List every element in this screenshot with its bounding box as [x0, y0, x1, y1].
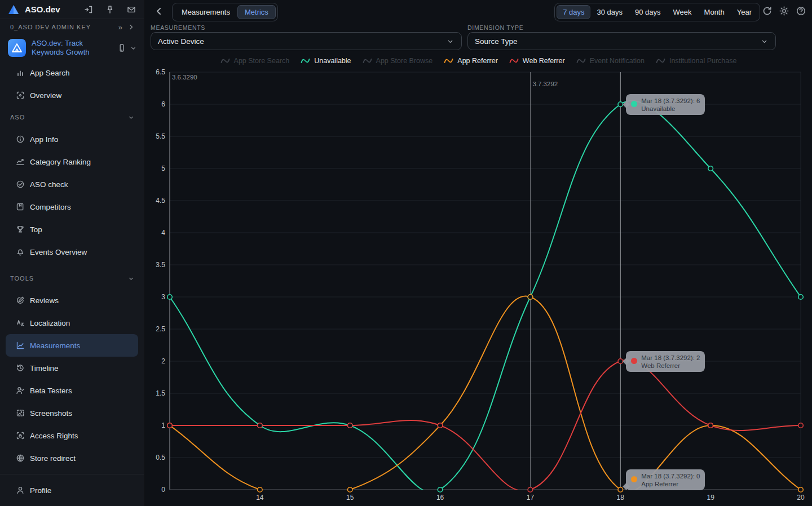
sidebar-item-overview[interactable]: Overview	[6, 84, 138, 106]
scan-icon	[16, 91, 25, 100]
trend-chart-icon	[16, 157, 25, 166]
measurements-select[interactable]: Active Device	[151, 32, 462, 50]
data-point-web-referrer[interactable]	[618, 359, 623, 364]
pin-icon[interactable]	[105, 5, 114, 14]
data-point-unavailable[interactable]	[618, 102, 623, 107]
workspace-row[interactable]: 0_ASO DEV ADMIN KEY »	[0, 19, 144, 34]
double-chevron-icon[interactable]: »	[118, 23, 122, 32]
data-point-web-referrer[interactable]	[438, 423, 443, 428]
sidebar-item-category-ranking[interactable]: Category Ranking	[6, 150, 138, 173]
tooltip-arrow	[623, 358, 630, 365]
chevron-right-icon[interactable]	[127, 23, 136, 32]
y-tick-label: 3	[161, 293, 165, 301]
sidebar-item-screenshots[interactable]: Screenshots	[6, 402, 138, 424]
bell-icon	[16, 247, 25, 256]
legend-item-institutional-purchase[interactable]: Institutional Purchase	[656, 57, 737, 65]
y-tick-label: 3.5	[156, 261, 165, 269]
data-point-app-referrer[interactable]	[347, 487, 352, 492]
y-tick-label: 4	[161, 229, 165, 237]
sidebar-item-timeline[interactable]: Timeline	[6, 357, 138, 379]
tooltip-text: Mar 18 (3.7.3292): 2	[641, 354, 700, 362]
sidebar-item-measurements[interactable]: Measurements	[6, 334, 138, 357]
sidebar-item-label: Profile	[30, 486, 51, 495]
sidebar-item-label: Top	[30, 225, 42, 234]
x-tick-label: 16	[436, 494, 444, 501]
data-point-unavailable[interactable]	[167, 295, 173, 300]
legend-item-app-store-browse[interactable]: App Store Browse	[363, 57, 433, 65]
legend-item-event-notification[interactable]: Event Notification	[576, 57, 645, 65]
brand-title: ASO.dev	[25, 5, 78, 14]
data-point-app-referrer[interactable]	[167, 423, 173, 428]
legend-item-web-referrer[interactable]: Web Referrer	[509, 57, 565, 65]
sidebar-item-top[interactable]: Top	[6, 218, 138, 241]
sidebar-item-app-search[interactable]: App Search	[6, 61, 138, 84]
data-point-app-referrer[interactable]	[528, 295, 533, 300]
refresh-icon[interactable]	[762, 6, 773, 16]
dimension-type-select[interactable]: Source Type	[467, 32, 776, 50]
data-point-unavailable[interactable]	[438, 487, 443, 492]
tooltip-series-dot	[631, 101, 637, 107]
data-point-unavailable[interactable]	[798, 295, 804, 300]
gear-icon[interactable]	[779, 6, 789, 16]
help-icon[interactable]	[796, 6, 806, 16]
sidebar-item-label: Overview	[30, 91, 61, 100]
sidebar-item-reviews[interactable]: Reviews	[6, 289, 138, 312]
range-7-days[interactable]: 7 days	[557, 5, 590, 19]
y-tick-label: 4.5	[156, 197, 165, 205]
data-point-web-referrer[interactable]	[258, 423, 263, 428]
sidebar: ASO.dev 0_ASO DEV ADMIN KEY » ASO.dev: T…	[0, 0, 144, 506]
collapse-sidebar-icon[interactable]	[84, 5, 93, 14]
data-point-app-referrer[interactable]	[798, 487, 804, 492]
tooltip-series-dot	[631, 476, 637, 482]
sidebar-item-competitors[interactable]: Competitors	[6, 196, 138, 218]
sidebar-item-label: Localization	[30, 319, 70, 327]
range-year[interactable]: Year	[731, 5, 758, 19]
main-content: Measurements Metrics 7 days 30 days 90 d…	[145, 0, 812, 506]
legend-item-app-referrer[interactable]: App Referrer	[444, 57, 498, 65]
pen-icon	[16, 296, 25, 305]
range-90-days[interactable]: 90 days	[629, 5, 667, 19]
sidebar-item-aso-check[interactable]: ASO check	[6, 173, 138, 196]
chevron-down-icon[interactable]	[130, 45, 137, 52]
back-button[interactable]	[153, 5, 165, 17]
range-week[interactable]: Week	[667, 5, 698, 19]
range-month[interactable]: Month	[698, 5, 731, 19]
sidebar-item-store-redirect[interactable]: Store redirect	[6, 447, 138, 469]
version-marker-label: 3.6.3290	[172, 74, 197, 81]
tooltip-series-dot	[631, 358, 637, 364]
section-aso[interactable]: ASO	[0, 106, 144, 128]
data-point-web-referrer[interactable]	[528, 487, 533, 492]
data-point-unavailable[interactable]	[708, 166, 713, 171]
wave-icon	[656, 57, 665, 64]
data-point-app-referrer[interactable]	[438, 423, 443, 428]
legend-item-unavailable[interactable]: Unavailable	[301, 57, 351, 65]
sidebar-item-access-rights[interactable]: Access Rights	[6, 424, 138, 447]
tab-measurements[interactable]: Measurements	[174, 5, 237, 19]
sidebar-item-profile[interactable]: Profile	[6, 478, 138, 503]
data-point-web-referrer[interactable]	[798, 423, 804, 428]
data-point-unavailable[interactable]	[258, 423, 263, 428]
data-point-web-referrer[interactable]	[347, 423, 352, 428]
tab-metrics[interactable]: Metrics	[237, 5, 276, 19]
sidebar-item-label: Access Rights	[30, 432, 78, 440]
sidebar-item-app-info[interactable]: App Info	[6, 128, 138, 150]
data-point-app-referrer[interactable]	[258, 487, 263, 492]
range-30-days[interactable]: 30 days	[590, 5, 629, 19]
data-point-unavailable[interactable]	[528, 295, 533, 300]
sidebar-item-events-overview[interactable]: Events Overview	[6, 241, 138, 263]
data-point-unavailable[interactable]	[347, 423, 352, 428]
data-point-app-referrer[interactable]	[708, 423, 713, 428]
mail-icon[interactable]	[127, 5, 136, 14]
data-point-web-referrer[interactable]	[167, 423, 173, 428]
sidebar-footer: Profile	[0, 474, 144, 506]
sidebar-item-beta-testers[interactable]: Beta Testers	[6, 379, 138, 402]
chevron-down-icon[interactable]	[127, 114, 135, 121]
app-switcher[interactable]: ASO.dev: Track Keywords Growth	[0, 35, 144, 61]
chevron-down-icon[interactable]	[127, 275, 135, 282]
legend-item-app-store-search[interactable]: App Store Search	[220, 57, 290, 65]
sidebar-item-localization[interactable]: Localization	[6, 312, 138, 334]
data-point-web-referrer[interactable]	[708, 423, 713, 428]
data-point-app-referrer[interactable]	[618, 487, 623, 492]
x-tick-label: 20	[797, 494, 805, 501]
section-tools[interactable]: TOOLS	[0, 268, 144, 289]
